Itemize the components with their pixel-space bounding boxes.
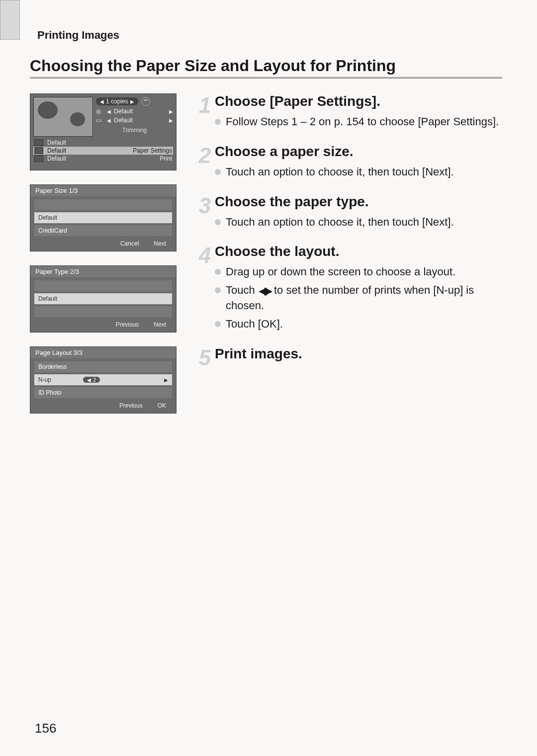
step-heading: Print images. xyxy=(215,346,502,362)
section-title: Choosing the Paper Size and Layout for P… xyxy=(30,57,502,75)
paper-type-icon xyxy=(34,147,43,154)
effect-icon: ◎ xyxy=(96,108,104,115)
ok-button[interactable]: OK xyxy=(158,402,166,409)
step-heading: Choose [Paper Settings]. xyxy=(215,93,502,109)
step: 4Choose the layout.Drag up or down the s… xyxy=(195,244,502,335)
step-body: Choose [Paper Settings].Follow Steps 1 –… xyxy=(215,93,502,133)
step-heading: Choose the layout. xyxy=(215,244,502,259)
list-item[interactable]: Borderless xyxy=(34,361,172,372)
layout-row[interactable]: Default Print xyxy=(33,155,173,163)
next-button[interactable]: Next xyxy=(154,321,166,328)
step-bullet: Follow Steps 1 – 2 on p. 154 to choose [… xyxy=(215,114,502,130)
page-number: 156 xyxy=(35,721,56,736)
print-label: Print xyxy=(160,155,172,162)
thumbnail-image xyxy=(33,97,93,137)
next-button[interactable]: Next xyxy=(154,240,166,247)
crop-icon[interactable]: ✂ xyxy=(141,97,150,106)
left-arrow-icon: ◀ xyxy=(87,377,91,383)
step: 3Choose the paper type.Touch an option t… xyxy=(195,194,502,233)
title-rule xyxy=(30,77,502,79)
step: 5Print images. xyxy=(195,346,502,369)
paper-type-row[interactable]: Default Paper Settings xyxy=(33,147,173,155)
screenshots-column: ◀ 1 copies ▶ ✂ ◎ ◀ Default ▶ ▭ xyxy=(30,93,179,414)
left-arrow-icon: ◀ xyxy=(100,99,104,104)
bullet-icon xyxy=(215,169,221,175)
step-bullet: Drag up or down the screen to choose a l… xyxy=(215,264,502,280)
paper-type-panel: Paper Type 2/3 Default Previous Next xyxy=(30,265,177,333)
step-heading: Choose the paper type. xyxy=(215,194,502,210)
paper-size-icon xyxy=(34,139,43,146)
list-item[interactable]: Default xyxy=(34,293,172,304)
content: ◀ 1 copies ▶ ✂ ◎ ◀ Default ▶ ▭ xyxy=(30,93,502,414)
bullet-icon xyxy=(215,219,221,225)
layout-icon xyxy=(34,155,43,162)
right-arrow-icon[interactable]: ▶ xyxy=(164,377,168,383)
bullet-icon xyxy=(215,287,221,293)
left-right-arrows-icon: ◀▶ xyxy=(259,284,270,298)
step-bullet: Touch an option to choose it, then touch… xyxy=(215,215,502,230)
bullet-icon xyxy=(215,269,221,275)
page-layout-title: Page Layout 3/3 xyxy=(30,347,176,358)
step-body: Print images. xyxy=(215,346,502,369)
step-number: 3 xyxy=(195,194,215,233)
step-bullet: Touch an option to choose it, then touch… xyxy=(215,165,502,180)
copies-field[interactable]: ◀ 1 copies ▶ xyxy=(96,97,138,105)
step-body: Choose the paper type.Touch an option to… xyxy=(215,194,502,233)
step-number: 2 xyxy=(195,144,215,183)
list-item[interactable]: CreditCard xyxy=(34,225,172,236)
paper-type-title: Paper Type 2/3 xyxy=(30,266,176,277)
list-item[interactable]: Default xyxy=(34,212,172,223)
list-item[interactable]: ID Photo xyxy=(34,387,172,398)
steps-column: 1Choose [Paper Settings].Follow Steps 1 … xyxy=(195,93,502,414)
date-value[interactable]: Default xyxy=(114,117,166,124)
page-layout-panel: Page Layout 3/3 Borderless N-up ◀ 2 ▶ ID… xyxy=(30,346,177,414)
step-number: 1 xyxy=(195,93,215,133)
effect-value[interactable]: Default xyxy=(114,108,166,115)
paper-size-title: Paper Size 1/3 xyxy=(30,185,176,196)
step: 1Choose [Paper Settings].Follow Steps 1 … xyxy=(195,93,502,133)
date-icon: ▭ xyxy=(96,117,104,124)
chapter-label: Printing Images xyxy=(37,29,502,42)
right-arrow-icon: ▶ xyxy=(130,99,134,104)
paper-size-panel: Paper Size 1/3 Default CreditCard Cancel… xyxy=(30,184,177,252)
copies-value: 1 copies xyxy=(106,98,128,105)
list-item[interactable]: N-up ◀ 2 ▶ xyxy=(34,374,172,385)
list-item[interactable] xyxy=(34,306,172,317)
step-bullet: Touch [OK]. xyxy=(215,317,502,332)
step-heading: Choose a paper size. xyxy=(215,144,502,160)
paper-size-row[interactable]: Default xyxy=(33,139,173,147)
list-item[interactable] xyxy=(34,199,172,210)
step-bullet: Touch ◀▶ to set the number of prints whe… xyxy=(215,283,502,314)
paper-settings-highlight: Paper Settings xyxy=(133,147,172,154)
step-number: 5 xyxy=(195,346,215,369)
trimming-button[interactable]: Trimming xyxy=(96,127,173,134)
print-settings-panel: ◀ 1 copies ▶ ✂ ◎ ◀ Default ▶ ▭ xyxy=(30,93,177,170)
step-body: Choose a paper size.Touch an option to c… xyxy=(215,144,502,183)
bullet-icon xyxy=(215,119,221,125)
previous-button[interactable]: Previous xyxy=(119,402,143,409)
step-body: Choose the layout.Drag up or down the sc… xyxy=(215,244,502,335)
previous-button[interactable]: Previous xyxy=(116,321,139,328)
page-tab xyxy=(0,0,20,40)
cancel-button[interactable]: Cancel xyxy=(120,240,139,247)
list-item[interactable] xyxy=(34,280,172,291)
step: 2Choose a paper size.Touch an option to … xyxy=(195,144,502,183)
bullet-icon xyxy=(215,321,221,327)
step-number: 4 xyxy=(195,244,215,335)
nup-stepper[interactable]: ◀ 2 xyxy=(83,377,100,383)
